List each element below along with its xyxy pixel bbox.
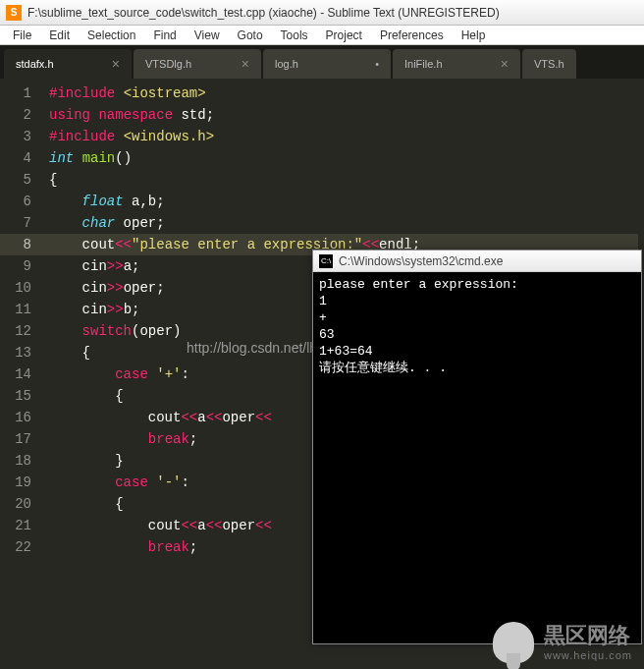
tab-label: VTSDlg.h bbox=[145, 58, 191, 70]
tab-VTS-h[interactable]: VTS.h bbox=[522, 49, 576, 79]
line-number: 7 bbox=[0, 212, 43, 234]
menu-goto[interactable]: Goto bbox=[229, 27, 272, 44]
menu-find[interactable]: Find bbox=[144, 27, 185, 44]
code-line[interactable]: #include <iostream> bbox=[49, 83, 638, 104]
menu-help[interactable]: Help bbox=[453, 27, 495, 44]
line-number: 14 bbox=[0, 363, 43, 385]
code-line[interactable]: #include <windows.h> bbox=[49, 126, 638, 147]
line-number: 16 bbox=[0, 407, 43, 428]
window-title: F:\sublime_text_source_code\switch_test.… bbox=[27, 6, 500, 20]
line-number: 13 bbox=[0, 342, 43, 363]
line-number: 17 bbox=[0, 428, 43, 450]
close-icon[interactable]: × bbox=[232, 56, 249, 72]
line-number: 2 bbox=[0, 104, 43, 126]
line-number: 20 bbox=[0, 493, 43, 515]
cmd-body: please enter a expression: 1 + 63 1+63=6… bbox=[313, 272, 641, 643]
line-number: 22 bbox=[0, 536, 43, 558]
footer-name: 黒区网络 bbox=[544, 623, 632, 648]
menu-view[interactable]: View bbox=[186, 27, 229, 44]
line-number: 1 bbox=[0, 83, 43, 104]
line-number: 5 bbox=[0, 169, 43, 191]
line-number: 15 bbox=[0, 385, 43, 407]
menu-project[interactable]: Project bbox=[317, 27, 371, 44]
menu-preferences[interactable]: Preferences bbox=[371, 27, 453, 44]
tab-bar: stdafx.h×VTSDlg.h×log.h•IniFile.h×VTS.h bbox=[0, 45, 644, 79]
line-number: 4 bbox=[0, 147, 43, 169]
cmd-window[interactable]: C:\ C:\Windows\system32\cmd.exe please e… bbox=[312, 250, 642, 644]
tab-log-h[interactable]: log.h• bbox=[263, 49, 391, 79]
menu-tools[interactable]: Tools bbox=[272, 27, 317, 44]
line-number: 8 bbox=[0, 234, 43, 255]
code-line[interactable]: using namespace std; bbox=[49, 104, 638, 126]
modified-dot-icon: • bbox=[365, 58, 379, 70]
tab-label: stdafx.h bbox=[16, 58, 54, 70]
cmd-title-bar[interactable]: C:\ C:\Windows\system32\cmd.exe bbox=[313, 251, 641, 272]
line-number: 21 bbox=[0, 515, 43, 536]
menu-file[interactable]: File bbox=[4, 27, 40, 44]
line-number: 18 bbox=[0, 450, 43, 472]
cmd-title-text: C:\Windows\system32\cmd.exe bbox=[339, 254, 503, 268]
mushroom-icon bbox=[493, 622, 534, 663]
menu-selection[interactable]: Selection bbox=[79, 27, 144, 44]
code-line[interactable]: char oper; bbox=[49, 212, 638, 234]
menu-edit[interactable]: Edit bbox=[40, 27, 79, 44]
line-number: 6 bbox=[0, 191, 43, 212]
footer-logo: 黒区网络 www.heiqu.com bbox=[493, 622, 632, 663]
line-number: 11 bbox=[0, 299, 43, 320]
menu-bar: File Edit Selection Find View Goto Tools… bbox=[0, 26, 644, 45]
line-number: 3 bbox=[0, 126, 43, 147]
tab-label: VTS.h bbox=[534, 58, 564, 70]
line-number: 19 bbox=[0, 472, 43, 493]
code-line[interactable]: int main() bbox=[49, 147, 638, 169]
tab-VTSDlg-h[interactable]: VTSDlg.h× bbox=[134, 49, 261, 79]
tab-IniFile-h[interactable]: IniFile.h× bbox=[393, 49, 520, 79]
close-icon[interactable]: × bbox=[102, 56, 120, 72]
line-number: 9 bbox=[0, 255, 43, 277]
tab-stdafx-h[interactable]: stdafx.h× bbox=[4, 49, 132, 79]
line-number: 12 bbox=[0, 320, 43, 342]
cmd-icon: C:\ bbox=[319, 254, 333, 268]
footer-url: www.heiqu.com bbox=[544, 649, 632, 662]
line-number: 10 bbox=[0, 277, 43, 299]
close-icon[interactable]: × bbox=[491, 56, 509, 72]
line-gutter: 12345678910111213141516171819202122 bbox=[0, 79, 43, 669]
tab-label: IniFile.h bbox=[404, 58, 443, 70]
title-bar: S F:\sublime_text_source_code\switch_tes… bbox=[0, 0, 644, 26]
tab-label: log.h bbox=[275, 58, 298, 70]
code-line[interactable]: { bbox=[49, 169, 638, 191]
code-line[interactable]: float a,b; bbox=[49, 191, 638, 212]
app-icon: S bbox=[6, 5, 22, 21]
